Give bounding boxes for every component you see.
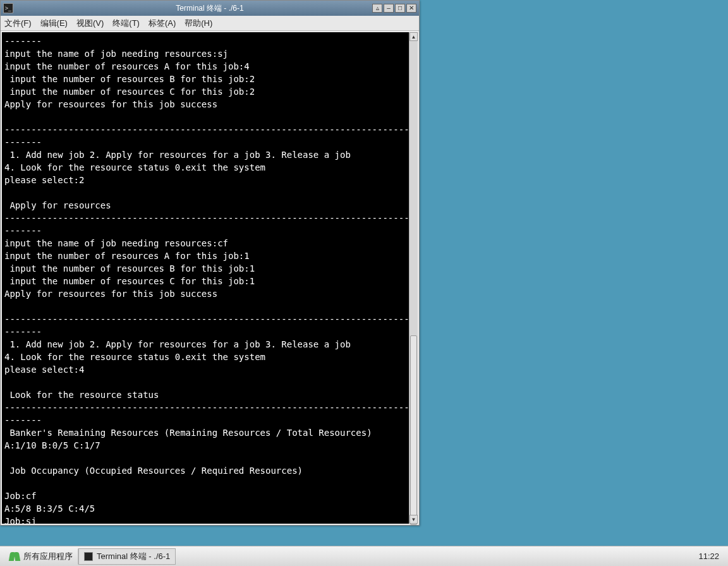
scroll-thumb[interactable] — [410, 335, 417, 525]
close-button[interactable]: ✕ — [406, 4, 416, 13]
menu-tabs[interactable]: 标签(A) — [149, 18, 176, 29]
terminal-icon: >_ — [3, 3, 13, 13]
start-menu-icon — [9, 551, 20, 562]
taskbar-terminal-task[interactable]: Terminal 终端 - ./6-1 — [78, 548, 176, 565]
scroll-down-button[interactable]: ▼ — [410, 515, 418, 524]
minimize-button[interactable]: – — [384, 4, 394, 13]
desktop: >_ Terminal 终端 - ./6-1 ▵ – □ ✕ 文件(F) 编辑(… — [0, 0, 728, 546]
terminal-task-icon — [84, 552, 93, 561]
menu-edit[interactable]: 编辑(E) — [40, 18, 68, 29]
menubar: 文件(F) 编辑(E) 视图(V) 终端(T) 标签(A) 帮助(H) — [1, 16, 419, 31]
terminal-body: ------- input the name of job needing re… — [1, 31, 419, 525]
menu-file[interactable]: 文件(F) — [4, 18, 32, 29]
window-title: Terminal 终端 - ./6-1 — [1, 3, 419, 14]
maximize-button[interactable]: □ — [395, 4, 405, 13]
window-titlebar[interactable]: >_ Terminal 终端 - ./6-1 ▵ – □ ✕ — [1, 1, 419, 16]
terminal-output[interactable]: ------- input the name of job needing re… — [2, 32, 409, 524]
menu-view[interactable]: 视图(V) — [76, 18, 104, 29]
taskbar: 所有应用程序 Terminal 终端 - ./6-1 11:22 — [0, 546, 728, 566]
window-controls: ▵ – □ ✕ — [372, 4, 416, 13]
scrollbar[interactable]: ▲ ▼ — [409, 32, 418, 524]
shade-button[interactable]: ▵ — [372, 4, 382, 13]
taskbar-terminal-label: Terminal 终端 - ./6-1 — [97, 551, 170, 562]
terminal-window: >_ Terminal 终端 - ./6-1 ▵ – □ ✕ 文件(F) 编辑(… — [0, 0, 420, 526]
menu-help[interactable]: 帮助(H) — [185, 18, 212, 29]
taskbar-all-apps-label: 所有应用程序 — [23, 551, 73, 562]
taskbar-all-apps[interactable]: 所有应用程序 — [4, 548, 78, 565]
scroll-up-button[interactable]: ▲ — [410, 32, 418, 41]
taskbar-clock[interactable]: 11:22 — [698, 551, 724, 561]
menu-terminal[interactable]: 终端(T) — [112, 18, 140, 29]
